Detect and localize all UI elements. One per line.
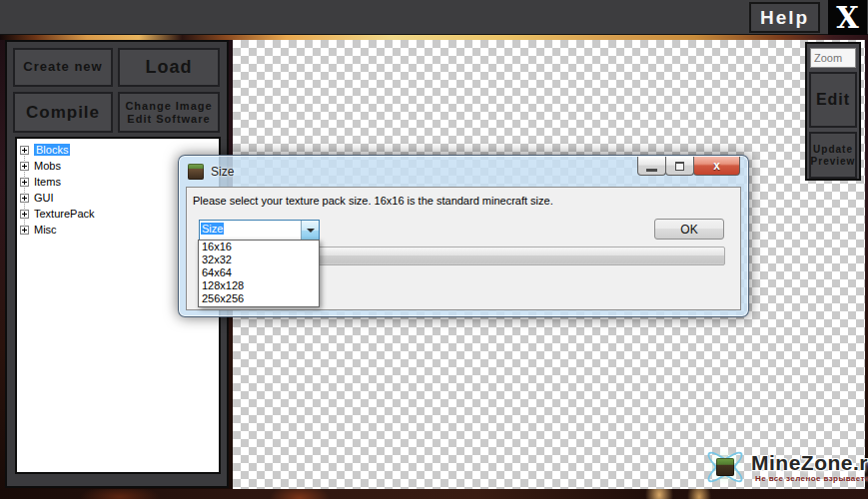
- dialog-caption-buttons: x: [637, 157, 739, 176]
- load-button[interactable]: Load: [118, 48, 220, 87]
- dropdown-option-256x256[interactable]: 256x256: [199, 292, 319, 305]
- expand-plus-icon[interactable]: [20, 178, 29, 187]
- app-close-icon[interactable]: X: [828, 0, 867, 35]
- edit-button[interactable]: Edit: [809, 72, 857, 128]
- combobox-selected-value[interactable]: Size: [200, 221, 301, 240]
- dialog-close-button[interactable]: x: [693, 157, 740, 176]
- load-label: Load: [146, 57, 193, 78]
- tree-item-misc[interactable]: Misc: [20, 222, 57, 238]
- update-preview-label-line1: Update: [813, 144, 853, 156]
- zoom-input[interactable]: [810, 48, 856, 68]
- minezone-atom-block-icon: [701, 445, 749, 489]
- tree-item-gui[interactable]: GUI: [20, 190, 54, 206]
- tree-item-label[interactable]: TexturePack: [34, 208, 95, 220]
- title-bar: Help X: [0, 0, 868, 35]
- dropdown-option-32x32[interactable]: 32x32: [199, 253, 319, 266]
- watermark-subtitle: Не все зеленое взрывается: [755, 474, 868, 483]
- watermark-title: MineZone.ru: [751, 451, 868, 475]
- expand-plus-icon[interactable]: [20, 194, 29, 203]
- dialog-title: Size: [211, 165, 234, 179]
- tree-item-label[interactable]: Mobs: [34, 160, 61, 172]
- tree-item-label[interactable]: Misc: [34, 224, 57, 236]
- combobox-dropdown-button[interactable]: [301, 221, 319, 240]
- change-image-label-line1: Change Image: [125, 100, 212, 113]
- size-dialog: Size x Please select your texture pack s…: [178, 155, 749, 317]
- dialog-message: Please select your texture pack size. 16…: [193, 195, 553, 207]
- ok-button[interactable]: OK: [654, 219, 724, 240]
- tree-item-mobs[interactable]: Mobs: [20, 158, 61, 174]
- tree-item-label[interactable]: Blocks: [34, 144, 70, 156]
- maximize-icon: [675, 162, 684, 171]
- tree-item-blocks[interactable]: Blocks: [20, 142, 70, 158]
- minimize-icon: [646, 169, 657, 172]
- chevron-down-icon: [307, 229, 315, 233]
- expand-plus-icon[interactable]: [20, 146, 29, 155]
- create-new-button[interactable]: Create new: [13, 48, 113, 87]
- compile-button[interactable]: Compile: [13, 92, 113, 133]
- change-image-edit-software-button[interactable]: Change Image Edit Software: [118, 92, 220, 133]
- minezone-watermark: MineZone.ru Не все зеленое взрывается: [699, 443, 867, 491]
- tree-item-texturepack[interactable]: TexturePack: [20, 206, 95, 222]
- right-toolbar-panel: Edit Update Preview: [805, 42, 861, 181]
- dialog-minimize-button[interactable]: [637, 157, 666, 176]
- expand-plus-icon[interactable]: [20, 210, 29, 219]
- dropdown-option-128x128[interactable]: 128x128: [199, 279, 319, 292]
- tree-item-items[interactable]: Items: [20, 174, 61, 190]
- tree-item-label[interactable]: GUI: [34, 192, 54, 204]
- help-button[interactable]: Help: [749, 2, 820, 33]
- size-combobox[interactable]: Size: [199, 220, 320, 241]
- size-dropdown-list: 16x16 32x32 64x64 128x128 256x256: [198, 240, 320, 307]
- close-x-icon: x: [713, 159, 720, 173]
- minecraft-block-icon: [188, 164, 204, 180]
- dialog-maximize-button[interactable]: [665, 157, 694, 176]
- update-preview-label-line2: Preview: [811, 156, 856, 168]
- tree-item-label[interactable]: Items: [34, 176, 61, 188]
- compile-label: Compile: [26, 103, 100, 123]
- expand-plus-icon[interactable]: [20, 226, 29, 235]
- expand-plus-icon[interactable]: [20, 162, 29, 171]
- create-new-label: Create new: [23, 60, 102, 75]
- dropdown-option-16x16[interactable]: 16x16: [199, 241, 319, 253]
- edit-label: Edit: [816, 91, 850, 109]
- change-image-label-line2: Edit Software: [127, 113, 210, 126]
- dropdown-option-64x64[interactable]: 64x64: [199, 266, 319, 279]
- update-preview-button[interactable]: Update Preview: [809, 132, 857, 179]
